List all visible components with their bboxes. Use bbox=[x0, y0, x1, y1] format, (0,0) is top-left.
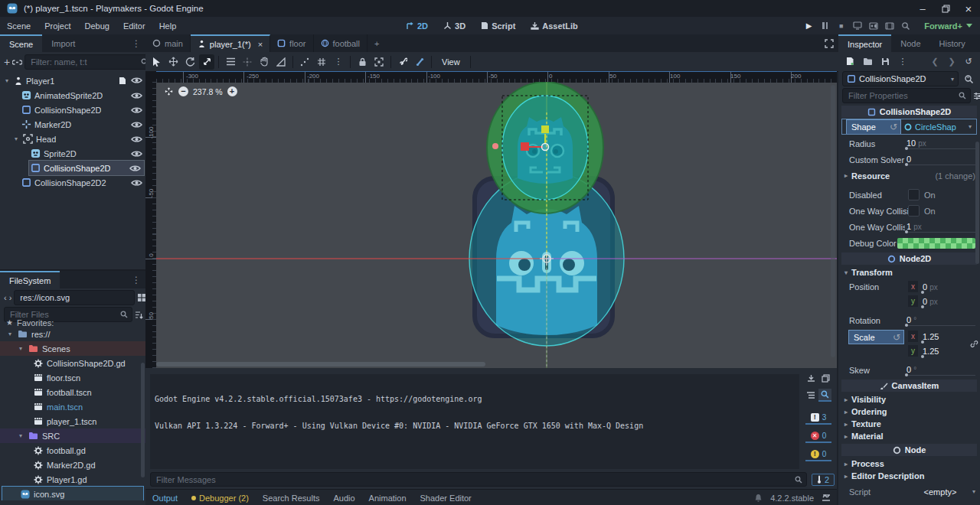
zoom-in-button[interactable]: + bbox=[227, 86, 237, 96]
history-back-icon[interactable]: ‹ bbox=[4, 290, 7, 305]
menu-help[interactable]: Help bbox=[152, 21, 184, 31]
scene-filter-input[interactable] bbox=[29, 57, 141, 67]
bottom-tab-debugger[interactable]: Debugger (2) bbox=[185, 490, 256, 505]
shape-value-dropdown[interactable]: CircleShap ▾ bbox=[900, 122, 972, 132]
add-node-button[interactable]: + bbox=[4, 54, 10, 70]
scene-node-collisionshape2d2[interactable]: CollisionShape2D2 bbox=[0, 175, 145, 190]
zoom-level[interactable]: 237.8 % bbox=[193, 87, 223, 96]
messages-filter-badge[interactable]: ! 3 bbox=[805, 411, 831, 425]
fs-favorites[interactable]: ★ Favorites: bbox=[0, 318, 145, 327]
solver-value[interactable]: 0 bbox=[905, 154, 975, 165]
visibility-eye-icon[interactable] bbox=[129, 165, 141, 172]
scene-node-collisionshape2d-selected[interactable]: CollisionShape2D bbox=[29, 161, 144, 175]
property-script[interactable]: Script <empty>▾ bbox=[838, 484, 980, 500]
revert-icon[interactable]: ↺ bbox=[890, 122, 897, 132]
stop-button[interactable]: ■ bbox=[833, 19, 849, 33]
inspector-menu-icon[interactable]: ⋮ bbox=[975, 34, 980, 52]
filter-messages-input[interactable] bbox=[155, 474, 795, 485]
search-messages-button[interactable] bbox=[818, 389, 831, 402]
load-resource-icon[interactable] bbox=[860, 54, 875, 69]
tab-scene[interactable]: Scene bbox=[0, 34, 42, 52]
property-disabled[interactable]: Disabled On bbox=[838, 187, 980, 203]
expand-bottom-panel-icon[interactable] bbox=[822, 494, 831, 502]
section-transform[interactable]: ▾Transform bbox=[838, 266, 980, 279]
bottom-tab-search-results[interactable]: Search Results bbox=[256, 490, 327, 505]
position-x-value[interactable]: 0px bbox=[921, 282, 972, 292]
scale-y-value[interactable]: 1.25 bbox=[921, 346, 972, 357]
scene-tab-football[interactable]: football bbox=[314, 34, 368, 52]
scene-node-sprite2d[interactable]: Sprite2D bbox=[0, 146, 145, 161]
property-one-way-collision[interactable]: One Way Collisi... On bbox=[838, 203, 980, 219]
section-ordering[interactable]: ▸Ordering bbox=[838, 406, 980, 418]
fs-res-root[interactable]: ▾ res:// bbox=[0, 327, 145, 341]
resource-options-icon[interactable]: ⋮ bbox=[895, 54, 910, 69]
scale-x-value[interactable]: 1.25 bbox=[921, 331, 972, 342]
link-scale-icon[interactable] bbox=[970, 340, 978, 348]
path-input[interactable] bbox=[18, 292, 130, 303]
visibility-eye-icon[interactable] bbox=[131, 135, 142, 143]
category-node2d[interactable]: Node2D bbox=[841, 252, 977, 265]
move-tool-icon[interactable] bbox=[165, 54, 181, 70]
errors-filter-badge[interactable]: ✕ 0 bbox=[805, 429, 831, 443]
movie-writer-icon[interactable] bbox=[881, 19, 897, 33]
pause-button[interactable] bbox=[817, 19, 833, 33]
current-path-field[interactable] bbox=[14, 290, 135, 305]
fs-folder-src[interactable]: ▾ SRC bbox=[0, 428, 145, 443]
visibility-eye-icon[interactable] bbox=[131, 92, 142, 99]
debug-color-swatch[interactable] bbox=[897, 238, 975, 249]
pan-tool-icon[interactable] bbox=[256, 54, 272, 70]
rotation-value[interactable]: 0° bbox=[905, 314, 975, 326]
skew-value[interactable]: 0° bbox=[905, 364, 975, 376]
fs-file-floor-tscn[interactable]: floor.tscn bbox=[0, 370, 145, 385]
visibility-eye-icon[interactable] bbox=[131, 121, 142, 129]
menu-project[interactable]: Project bbox=[38, 21, 77, 31]
menu-editor[interactable]: Editor bbox=[116, 21, 152, 31]
section-visibility[interactable]: ▸Visibility bbox=[838, 393, 980, 406]
property-custom-solver[interactable]: Custom Solver ... 0 bbox=[838, 152, 980, 168]
section-process[interactable]: ▸Process bbox=[838, 458, 980, 470]
bottom-tab-shader-editor[interactable]: Shader Editor bbox=[413, 490, 479, 505]
skeleton-options-icon[interactable] bbox=[412, 54, 427, 70]
minimize-button[interactable]: – bbox=[911, 0, 934, 17]
fs-file-football-tscn[interactable]: football.tscn bbox=[0, 385, 145, 399]
canvas-vscrollbar[interactable] bbox=[831, 85, 835, 357]
center-view-icon[interactable] bbox=[164, 86, 174, 96]
snap-options-icon[interactable]: ⋮ bbox=[331, 54, 346, 70]
tab-import[interactable]: Import bbox=[42, 34, 84, 52]
visibility-eye-icon[interactable] bbox=[131, 77, 142, 84]
clear-output-icon[interactable] bbox=[807, 374, 815, 383]
position-y-value[interactable]: 0px bbox=[921, 296, 972, 307]
revert-icon[interactable]: ↺ bbox=[893, 332, 900, 343]
play-button[interactable]: ▶ bbox=[801, 19, 817, 33]
scene-tab-floor[interactable]: floor bbox=[270, 34, 313, 52]
grid-snap-icon[interactable] bbox=[314, 54, 329, 70]
property-rotation[interactable]: Rotation 0° bbox=[838, 312, 980, 328]
new-tab-button[interactable]: + bbox=[368, 34, 386, 52]
disabled-checkbox[interactable] bbox=[908, 189, 920, 200]
collapse-messages-icon[interactable] bbox=[806, 391, 815, 399]
misc-filter-badge[interactable]: 2 bbox=[812, 474, 835, 486]
canvas-hscrollbar[interactable] bbox=[156, 362, 485, 367]
filesystem-scrollbar[interactable] bbox=[141, 363, 145, 477]
scene-filter-field[interactable] bbox=[24, 54, 153, 70]
section-resource[interactable]: ▸Resource (1 change) bbox=[838, 168, 980, 184]
history-forward-icon[interactable]: ❯ bbox=[944, 54, 959, 69]
filesystem-menu-icon[interactable]: ⋮ bbox=[127, 271, 145, 288]
expand-viewport-icon[interactable] bbox=[820, 34, 838, 52]
bottom-tab-audio[interactable]: Audio bbox=[326, 490, 361, 505]
section-texture[interactable]: ▸Texture bbox=[838, 418, 980, 430]
one-way-checkbox[interactable] bbox=[908, 205, 920, 217]
tab-filesystem[interactable]: FileSystem bbox=[0, 271, 60, 288]
scale-tool-icon[interactable] bbox=[199, 54, 214, 70]
fs-file-player1-tscn[interactable]: player_1.tscn bbox=[0, 414, 145, 428]
viewport[interactable]: − 237.8 % + bbox=[156, 82, 837, 368]
inspector-scrollbar[interactable] bbox=[975, 142, 979, 264]
close-button[interactable]: × bbox=[957, 0, 980, 17]
fs-file-football-gd[interactable]: football.gd bbox=[0, 443, 145, 458]
workspace-3d[interactable]: 3D bbox=[436, 21, 473, 31]
scene-node-head[interactable]: ▾ Head bbox=[0, 132, 145, 146]
radius-value[interactable]: 10px bbox=[905, 138, 975, 149]
pivot-tool-icon[interactable] bbox=[240, 54, 255, 70]
workspace-assetlib[interactable]: AssetLib bbox=[523, 21, 585, 31]
lock-icon[interactable] bbox=[354, 54, 370, 70]
